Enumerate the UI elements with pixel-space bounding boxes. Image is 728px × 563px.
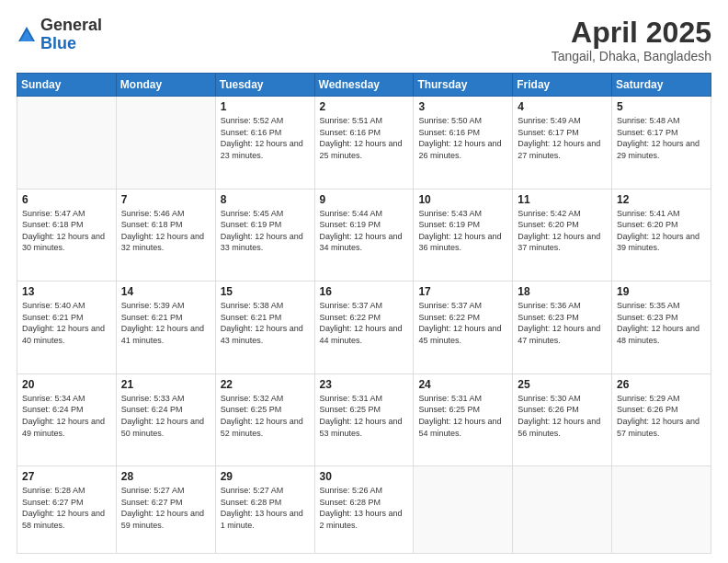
day-info: Sunrise: 5:27 AM Sunset: 6:28 PM Dayligh…: [221, 485, 310, 531]
day-number: 18: [518, 285, 607, 298]
day-cell: 22Sunrise: 5:32 AM Sunset: 6:25 PM Dayli…: [215, 373, 314, 466]
day-info: Sunrise: 5:35 AM Sunset: 6:23 PM Dayligh…: [617, 300, 706, 346]
day-cell: 19Sunrise: 5:35 AM Sunset: 6:23 PM Dayli…: [612, 282, 711, 374]
weekday-header-row: SundayMondayTuesdayWednesdayThursdayFrid…: [17, 74, 711, 97]
day-cell: 9Sunrise: 5:44 AM Sunset: 6:19 PM Daylig…: [314, 189, 414, 282]
day-cell: 8Sunrise: 5:45 AM Sunset: 6:19 PM Daylig…: [215, 189, 314, 282]
day-info: Sunrise: 5:41 AM Sunset: 6:20 PM Dayligh…: [617, 208, 706, 254]
day-info: Sunrise: 5:49 AM Sunset: 6:17 PM Dayligh…: [518, 115, 607, 161]
day-number: 27: [22, 470, 111, 483]
day-number: 21: [121, 378, 210, 391]
logo-icon: [17, 25, 37, 45]
day-info: Sunrise: 5:33 AM Sunset: 6:24 PM Dayligh…: [121, 393, 210, 439]
day-number: 26: [617, 378, 706, 391]
day-number: 13: [22, 285, 111, 298]
day-info: Sunrise: 5:28 AM Sunset: 6:27 PM Dayligh…: [22, 485, 111, 531]
calendar-title: April 2025: [552, 17, 711, 49]
day-cell: 30Sunrise: 5:26 AM Sunset: 6:28 PM Dayli…: [314, 466, 414, 554]
day-number: 1: [221, 100, 310, 113]
day-number: 14: [121, 285, 210, 298]
weekday-header-thursday: Thursday: [414, 74, 513, 97]
day-info: Sunrise: 5:34 AM Sunset: 6:24 PM Dayligh…: [22, 393, 111, 439]
day-number: 7: [121, 193, 210, 206]
day-cell: 14Sunrise: 5:39 AM Sunset: 6:21 PM Dayli…: [116, 282, 215, 374]
day-cell: [414, 466, 513, 554]
day-info: Sunrise: 5:48 AM Sunset: 6:17 PM Dayligh…: [617, 115, 706, 161]
day-number: 3: [418, 100, 507, 113]
day-number: 20: [22, 378, 111, 391]
day-info: Sunrise: 5:46 AM Sunset: 6:18 PM Dayligh…: [121, 208, 210, 254]
day-cell: 1Sunrise: 5:52 AM Sunset: 6:16 PM Daylig…: [215, 97, 314, 190]
day-cell: 13Sunrise: 5:40 AM Sunset: 6:21 PM Dayli…: [17, 282, 117, 374]
day-cell: [17, 97, 117, 190]
day-number: 5: [617, 100, 706, 113]
week-row-1: 1Sunrise: 5:52 AM Sunset: 6:16 PM Daylig…: [17, 97, 711, 190]
week-row-5: 27Sunrise: 5:28 AM Sunset: 6:27 PM Dayli…: [17, 466, 711, 554]
day-info: Sunrise: 5:29 AM Sunset: 6:26 PM Dayligh…: [617, 393, 706, 439]
day-cell: 11Sunrise: 5:42 AM Sunset: 6:20 PM Dayli…: [513, 189, 612, 282]
week-row-4: 20Sunrise: 5:34 AM Sunset: 6:24 PM Dayli…: [17, 373, 711, 466]
day-cell: 6Sunrise: 5:47 AM Sunset: 6:18 PM Daylig…: [17, 189, 117, 282]
day-info: Sunrise: 5:30 AM Sunset: 6:26 PM Dayligh…: [518, 393, 607, 439]
day-cell: 24Sunrise: 5:31 AM Sunset: 6:25 PM Dayli…: [414, 373, 513, 466]
day-number: 10: [418, 193, 507, 206]
week-row-2: 6Sunrise: 5:47 AM Sunset: 6:18 PM Daylig…: [17, 189, 711, 282]
day-cell: 27Sunrise: 5:28 AM Sunset: 6:27 PM Dayli…: [17, 466, 117, 554]
day-info: Sunrise: 5:51 AM Sunset: 6:16 PM Dayligh…: [320, 115, 409, 161]
day-info: Sunrise: 5:37 AM Sunset: 6:22 PM Dayligh…: [418, 300, 507, 346]
header: General Blue April 2025 Tangail, Dhaka, …: [17, 17, 711, 63]
day-info: Sunrise: 5:43 AM Sunset: 6:19 PM Dayligh…: [418, 208, 507, 254]
day-info: Sunrise: 5:39 AM Sunset: 6:21 PM Dayligh…: [121, 300, 210, 346]
day-cell: 23Sunrise: 5:31 AM Sunset: 6:25 PM Dayli…: [314, 373, 414, 466]
day-cell: [116, 97, 215, 190]
day-number: 11: [518, 193, 607, 206]
day-cell: 7Sunrise: 5:46 AM Sunset: 6:18 PM Daylig…: [116, 189, 215, 282]
title-block: April 2025 Tangail, Dhaka, Bangladesh: [552, 17, 711, 63]
day-cell: 17Sunrise: 5:37 AM Sunset: 6:22 PM Dayli…: [414, 282, 513, 374]
week-row-3: 13Sunrise: 5:40 AM Sunset: 6:21 PM Dayli…: [17, 282, 711, 374]
day-number: 8: [221, 193, 310, 206]
day-cell: 2Sunrise: 5:51 AM Sunset: 6:16 PM Daylig…: [314, 97, 414, 190]
weekday-header-friday: Friday: [513, 74, 612, 97]
day-number: 4: [518, 100, 607, 113]
weekday-header-saturday: Saturday: [612, 74, 711, 97]
day-number: 25: [518, 378, 607, 391]
day-info: Sunrise: 5:38 AM Sunset: 6:21 PM Dayligh…: [221, 300, 310, 346]
day-number: 12: [617, 193, 706, 206]
day-info: Sunrise: 5:31 AM Sunset: 6:25 PM Dayligh…: [320, 393, 409, 439]
day-info: Sunrise: 5:50 AM Sunset: 6:16 PM Dayligh…: [418, 115, 507, 161]
weekday-header-sunday: Sunday: [17, 74, 117, 97]
day-cell: 29Sunrise: 5:27 AM Sunset: 6:28 PM Dayli…: [215, 466, 314, 554]
day-number: 6: [22, 193, 111, 206]
day-cell: 4Sunrise: 5:49 AM Sunset: 6:17 PM Daylig…: [513, 97, 612, 190]
day-number: 2: [320, 100, 409, 113]
day-info: Sunrise: 5:27 AM Sunset: 6:27 PM Dayligh…: [121, 485, 210, 531]
day-info: Sunrise: 5:45 AM Sunset: 6:19 PM Dayligh…: [221, 208, 310, 254]
day-cell: 28Sunrise: 5:27 AM Sunset: 6:27 PM Dayli…: [116, 466, 215, 554]
day-cell: 12Sunrise: 5:41 AM Sunset: 6:20 PM Dayli…: [612, 189, 711, 282]
day-number: 9: [320, 193, 409, 206]
day-cell: 21Sunrise: 5:33 AM Sunset: 6:24 PM Dayli…: [116, 373, 215, 466]
day-cell: 20Sunrise: 5:34 AM Sunset: 6:24 PM Dayli…: [17, 373, 117, 466]
weekday-header-monday: Monday: [116, 74, 215, 97]
day-cell: [513, 466, 612, 554]
day-info: Sunrise: 5:37 AM Sunset: 6:22 PM Dayligh…: [320, 300, 409, 346]
day-number: 24: [418, 378, 507, 391]
weekday-header-tuesday: Tuesday: [215, 74, 314, 97]
logo-blue: Blue: [40, 35, 102, 53]
day-info: Sunrise: 5:36 AM Sunset: 6:23 PM Dayligh…: [518, 300, 607, 346]
day-cell: 5Sunrise: 5:48 AM Sunset: 6:17 PM Daylig…: [612, 97, 711, 190]
day-number: 19: [617, 285, 706, 298]
weekday-header-wednesday: Wednesday: [314, 74, 414, 97]
day-cell: 18Sunrise: 5:36 AM Sunset: 6:23 PM Dayli…: [513, 282, 612, 374]
day-info: Sunrise: 5:52 AM Sunset: 6:16 PM Dayligh…: [221, 115, 310, 161]
day-info: Sunrise: 5:31 AM Sunset: 6:25 PM Dayligh…: [418, 393, 507, 439]
day-number: 22: [221, 378, 310, 391]
day-number: 23: [320, 378, 409, 391]
logo: General Blue: [17, 17, 102, 53]
day-number: 30: [320, 470, 409, 483]
day-cell: 16Sunrise: 5:37 AM Sunset: 6:22 PM Dayli…: [314, 282, 414, 374]
day-number: 28: [121, 470, 210, 483]
day-info: Sunrise: 5:44 AM Sunset: 6:19 PM Dayligh…: [320, 208, 409, 254]
day-number: 29: [221, 470, 310, 483]
